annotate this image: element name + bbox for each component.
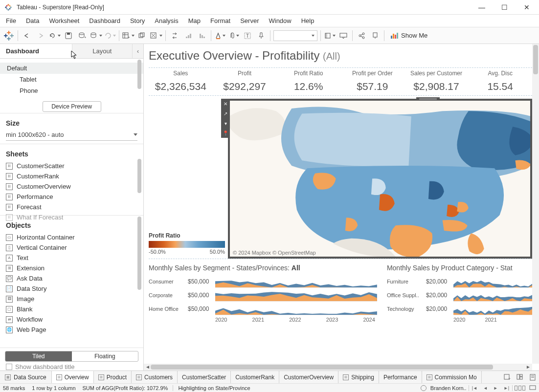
object-item[interactable]: 🌐Web Page bbox=[0, 325, 143, 335]
choropleth-map[interactable] bbox=[230, 101, 530, 257]
map-pin-icon[interactable]: 📍 bbox=[221, 128, 230, 138]
object-item[interactable]: ⇄Workflow bbox=[0, 314, 143, 325]
category-chart[interactable]: Monthly Sales by Product Category - Stat… bbox=[387, 264, 532, 333]
series-row[interactable]: Corporate$50,000 bbox=[149, 288, 377, 302]
show-title-checkbox[interactable]: Show dashboard title bbox=[0, 363, 143, 370]
menu-analysis[interactable]: Analysis bbox=[150, 15, 183, 26]
nav-first-icon[interactable]: |◄ bbox=[471, 386, 478, 391]
object-item[interactable]: ▯Vertical Container bbox=[0, 242, 143, 253]
presentation-button[interactable] bbox=[337, 29, 350, 43]
clear-button[interactable] bbox=[149, 29, 163, 43]
new-worksheet-button[interactable]: + bbox=[121, 29, 135, 43]
sheet-tab[interactable]: CustomerScatter bbox=[178, 371, 231, 383]
sheet-item[interactable]: ⫼Forecast bbox=[0, 202, 143, 212]
sheet-tab[interactable]: ⊞Shipping bbox=[338, 371, 379, 383]
segment-chart[interactable]: Monthly Sales by Segment - States/Provin… bbox=[149, 264, 377, 333]
tab-dashboard[interactable]: Dashboard bbox=[0, 44, 72, 58]
data-source-tab[interactable]: ▦ Data Source bbox=[0, 371, 52, 383]
device-default[interactable]: Default bbox=[0, 63, 143, 74]
series-row[interactable]: Furniture$20,000 bbox=[387, 275, 532, 288]
window-maximize-button[interactable]: ☐ bbox=[493, 0, 516, 14]
menu-server[interactable]: Server bbox=[235, 15, 264, 26]
menu-window[interactable]: Window bbox=[264, 15, 296, 26]
device-preview-button[interactable]: Device Preview bbox=[43, 101, 101, 112]
duplicate-button[interactable] bbox=[135, 29, 149, 43]
object-item[interactable]: ▭Horizontal Container bbox=[0, 232, 143, 242]
object-item[interactable]: 🖼Image bbox=[0, 294, 143, 304]
search-field[interactable] bbox=[273, 30, 317, 41]
objects-scrollbar[interactable] bbox=[137, 217, 141, 290]
new-data-source-button[interactable]: + bbox=[75, 29, 89, 43]
series-row[interactable]: Technology$20,000 bbox=[387, 302, 532, 316]
collapse-panel-button[interactable]: ‹ bbox=[133, 44, 143, 58]
tiled-option[interactable]: Tiled bbox=[5, 351, 72, 361]
new-dashboard-button[interactable] bbox=[514, 371, 526, 383]
undo-button[interactable] bbox=[20, 29, 34, 43]
canvas-vertical-scrollbar[interactable] bbox=[532, 44, 539, 364]
show-me-button[interactable]: Show Me bbox=[386, 32, 431, 39]
sheets-scrollbar[interactable] bbox=[137, 159, 141, 193]
menu-worksheet[interactable]: Worksheet bbox=[44, 15, 84, 26]
revert-button[interactable] bbox=[47, 29, 62, 43]
pin-button[interactable] bbox=[254, 29, 268, 43]
sheet-tab[interactable]: CustomerRank bbox=[231, 371, 279, 383]
kpi-card[interactable]: Profit$292,297 bbox=[213, 68, 277, 95]
device-phone[interactable]: Phone bbox=[0, 85, 143, 96]
menu-map[interactable]: Map bbox=[183, 15, 205, 26]
sheet-item[interactable]: ⫼CustomerRank bbox=[0, 171, 143, 181]
window-close-button[interactable]: ✕ bbox=[516, 0, 538, 14]
series-row[interactable]: Home Office$50,000 bbox=[149, 302, 377, 316]
nav-prev-icon[interactable]: ◄ bbox=[482, 386, 489, 391]
sheet-tab[interactable]: ⊞Customers bbox=[132, 371, 178, 383]
object-item[interactable]: 📄Data Story bbox=[0, 283, 143, 294]
nav-next-icon[interactable]: ► bbox=[493, 386, 499, 391]
text-label-button[interactable]: T bbox=[241, 29, 254, 43]
kpi-card[interactable]: Sales$2,326,534 bbox=[149, 68, 213, 95]
object-item[interactable]: AText bbox=[0, 253, 143, 263]
object-item[interactable]: ▢Blank bbox=[0, 304, 143, 314]
dashboard-title[interactable]: Executive Overview - Profitability (All) bbox=[149, 48, 532, 65]
highlight-button[interactable] bbox=[213, 29, 227, 43]
menu-dashboard[interactable]: Dashboard bbox=[84, 15, 125, 26]
map-close-icon[interactable]: ✕ bbox=[221, 99, 230, 109]
sheet-item[interactable]: ⫼CustomerOverview bbox=[0, 181, 143, 192]
object-item[interactable]: 💬Ask Data bbox=[0, 273, 143, 283]
tableau-home-icon[interactable] bbox=[2, 29, 16, 43]
devices-scrollbar[interactable] bbox=[137, 60, 141, 89]
sort-desc-button[interactable] bbox=[195, 29, 209, 43]
attach-button[interactable] bbox=[227, 29, 241, 43]
menu-data[interactable]: Data bbox=[21, 15, 44, 26]
filmstrip-icon[interactable] bbox=[515, 386, 525, 391]
menu-file[interactable]: File bbox=[1, 15, 21, 26]
save-button[interactable] bbox=[62, 29, 75, 43]
map-open-icon[interactable]: ↗ bbox=[221, 109, 230, 118]
swap-button[interactable] bbox=[168, 29, 181, 43]
kpi-card[interactable]: Avg. Disc15.54 bbox=[468, 68, 532, 95]
kpi-card[interactable]: Profit Ratio12.6% bbox=[276, 68, 340, 95]
new-story-button[interactable] bbox=[526, 371, 539, 383]
sheet-tab[interactable]: CustomerOverview bbox=[279, 371, 338, 383]
status-user[interactable]: Branden Korn.. bbox=[430, 385, 467, 391]
map-filter-icon[interactable]: ▾ bbox=[221, 118, 230, 128]
device-tablet[interactable]: Tablet bbox=[0, 74, 143, 85]
series-row[interactable]: Office Suppl..$20,000 bbox=[387, 288, 532, 302]
sheet-tab[interactable]: Performance bbox=[379, 371, 422, 383]
nav-last-icon[interactable]: ►| bbox=[503, 386, 510, 391]
canvas-horizontal-scrollbar[interactable]: ◄ ► bbox=[144, 364, 532, 370]
redo-button[interactable] bbox=[34, 29, 47, 43]
map-view[interactable]: ✕ ↗ ▾ 📍 bbox=[228, 99, 532, 259]
kpi-card[interactable]: Profit per Order$57.19 bbox=[340, 68, 404, 95]
guide-button[interactable] bbox=[368, 29, 382, 43]
menu-story[interactable]: Story bbox=[125, 15, 150, 26]
kpi-card[interactable]: Sales per Customer$2,908.17 bbox=[404, 68, 469, 95]
tiled-floating-toggle[interactable]: Tiled Floating bbox=[5, 351, 138, 362]
window-minimize-button[interactable]: ― bbox=[471, 0, 493, 14]
slideshow-icon[interactable] bbox=[529, 385, 536, 391]
object-item[interactable]: ⊞Extension bbox=[0, 263, 143, 273]
share-button[interactable] bbox=[355, 29, 368, 43]
sheet-tab[interactable]: ⊞Commission Mo bbox=[422, 371, 482, 383]
map-drag-handle[interactable] bbox=[416, 97, 440, 101]
menu-help[interactable]: Help bbox=[296, 15, 319, 26]
sheet-tab[interactable]: ⊞Product bbox=[94, 371, 132, 383]
floating-option[interactable]: Floating bbox=[72, 351, 138, 361]
